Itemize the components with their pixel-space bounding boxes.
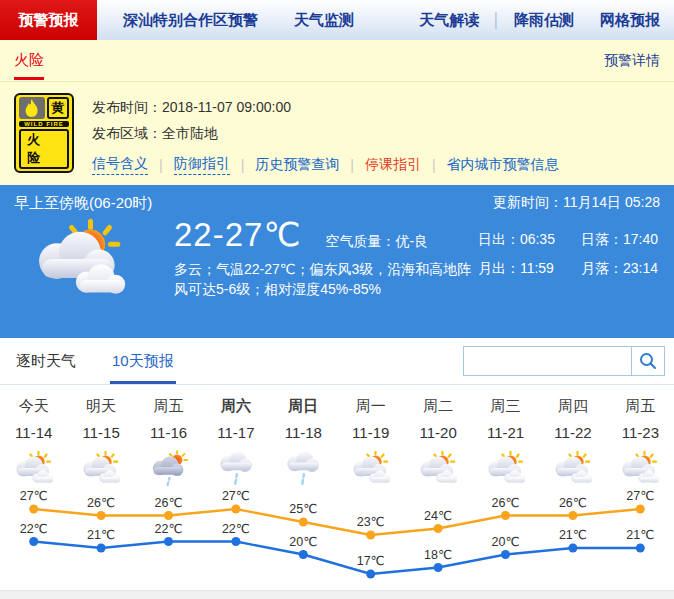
high-temp-label: 27℃ [222,490,250,503]
day-date: 11-23 [607,424,674,443]
high-temp-point [434,524,443,533]
day-date: 11-15 [67,424,134,443]
high-temp-label: 24℃ [424,509,452,523]
tab-hourly-weather[interactable]: 逐时天气 [14,352,78,384]
nav-tab-shenshan[interactable]: 深汕特别合作区预警 [123,11,258,30]
current-weather-panel: 早上至傍晚(06-20时) 更新时间：11月14日 05:28 22-27℃ 空… [0,185,674,338]
low-temp-point [164,537,173,546]
sunrise-time: 日出：06:35 [478,231,555,249]
nav-link-weather-interpretation[interactable]: 天气解读 [419,11,479,30]
search-input[interactable] [463,346,632,376]
update-time-value: 11月14日 05:28 [563,194,660,210]
forecast-day-column[interactable]: 今天11-14 [0,397,67,490]
partly-cloudy-icon [349,450,393,486]
publish-time-value: 2018-11-07 09:00:00 [162,99,291,115]
publish-area-line: 发布区域：全市陆地 [92,120,559,146]
link-history-query[interactable]: 历史预警查询 [255,156,339,174]
magnifier-icon [638,351,658,371]
day-date: 11-19 [337,424,404,443]
forecast-day-column[interactable]: 周一11-19 [337,397,404,490]
shower-sun-icon [147,450,191,486]
low-temp-point [434,563,443,572]
high-temp-label: 27℃ [20,490,48,503]
day-date: 11-17 [202,424,269,443]
forecast-period: 早上至傍晚(06-20时) [14,194,152,213]
nav-link-grid-forecast[interactable]: 网格预报 [600,11,660,30]
high-temp-point [366,531,375,540]
forecast-day-column[interactable]: 周日11-18 [270,397,337,490]
partly-cloudy-icon [618,450,662,486]
rain-icon [281,450,325,486]
partly-cloudy-icon [484,450,528,486]
day-name: 周六 [202,397,269,416]
day-name: 周五 [135,397,202,416]
low-temp-label: 21℃ [87,528,115,542]
air-quality-label: 空气质量： [325,233,395,249]
temperature-chart: 27℃26℃26℃27℃25℃23℃24℃26℃26℃27℃22℃21℃22℃2… [0,490,674,593]
warning-section: 火险 预警详情 黄 WILD FIRE 火 险 发布时间：2018-11-07 … [0,40,674,185]
moonrise-time: 月出：11:59 [478,260,555,278]
warning-detail-link[interactable]: 预警详情 [604,52,660,70]
nav-divider: │ [492,12,501,28]
forecast-day-column[interactable]: 周二11-20 [404,397,471,490]
low-temp-label: 22℃ [222,522,250,536]
forecast-day-column[interactable]: 周六11-17 [202,397,269,490]
forecast-day-row: 今天11-14明天11-15周五11-16周六11-17周日11-18周一11-… [0,385,674,490]
weather-description: 多云；气温22-27℃；偏东风3级，沿海和高地阵风可达5-6级；相对湿度45%-… [174,259,478,299]
partly-cloudy-icon [28,217,132,301]
publish-area-label: 发布区域： [92,125,162,141]
rain-icon [214,450,258,486]
forecast-day-column[interactable]: 周四11-22 [539,397,606,490]
link-signal-meaning[interactable]: 信号含义 [92,155,148,175]
day-date: 11-16 [135,424,202,443]
low-temp-label: 22℃ [20,522,48,536]
nav-tab-warning-forecast[interactable]: 预警预报 [0,0,97,40]
moonset-time: 月落：23:14 [581,260,658,278]
low-temp-point [231,537,240,546]
nav-link-rain-estimate[interactable]: 降雨估测 [514,11,574,30]
high-temp-label: 25℃ [289,502,317,516]
warning-level-char: 黄 [47,97,69,119]
high-temp-point [29,505,38,514]
warning-type-en: WILD FIRE [19,121,69,127]
partly-cloudy-icon [79,450,123,486]
day-name: 今天 [0,397,67,416]
temperature-range: 22-27℃ [174,215,301,254]
high-temp-point [501,511,510,520]
warning-type-cn: 火 险 [19,129,69,169]
low-temp-label: 20℃ [492,535,520,549]
high-temp-point [231,505,240,514]
high-temp-label: 26℃ [492,496,520,510]
low-temp-point [568,544,577,553]
forecast-day-column[interactable]: 周三11-21 [472,397,539,490]
day-name: 周五 [607,397,674,416]
air-quality-value: 优-良 [395,233,428,249]
link-class-suspension[interactable]: 停课指引 [365,156,421,174]
update-time: 更新时间：11月14日 05:28 [493,194,660,213]
link-province-warnings[interactable]: 省内城市预警信息 [447,156,559,174]
low-temp-label: 17℃ [357,554,385,568]
forecast-day-column[interactable]: 周五11-16 [135,397,202,490]
low-temp-label: 21℃ [559,528,587,542]
forecast-day-column[interactable]: 周五11-23 [607,397,674,490]
high-temp-label: 26℃ [87,496,115,510]
low-temp-label: 22℃ [155,522,183,536]
day-name: 明天 [67,397,134,416]
forecast-tab-bar: 逐时天气 10天预报 [0,338,674,385]
low-temp-point [366,570,375,579]
partly-cloudy-icon [12,450,56,486]
high-temp-point [636,505,645,514]
day-date: 11-21 [472,424,539,443]
low-temp-point [636,544,645,553]
partly-cloudy-icon [416,450,460,486]
forecast-day-column[interactable]: 明天11-15 [67,397,134,490]
tab-ten-day-forecast[interactable]: 10天预报 [110,352,176,384]
link-defense-guide[interactable]: 防御指引 [174,155,230,175]
nav-tab-weather-monitor[interactable]: 天气监测 [294,11,354,30]
warning-tab-fire[interactable]: 火险 [14,51,44,80]
high-temp-point [568,511,577,520]
search-button[interactable] [631,346,665,376]
publish-time-line: 发布时间：2018-11-07 09:00:00 [92,94,559,120]
high-temp-label: 26℃ [155,496,183,510]
low-temp-label: 18℃ [424,548,452,562]
